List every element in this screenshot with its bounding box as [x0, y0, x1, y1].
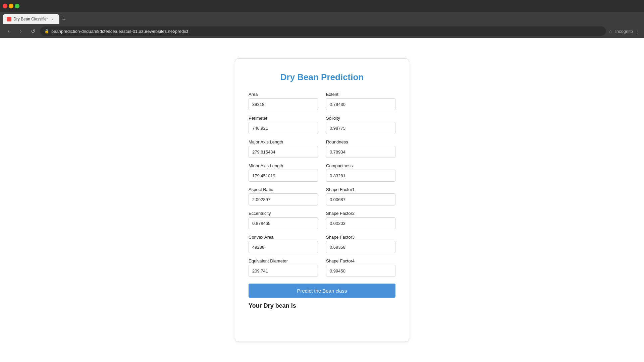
input-eccentricity[interactable] — [249, 217, 318, 229]
tab-favicon — [7, 17, 11, 21]
field-group-shape_factor2: Shape Factor2 — [326, 211, 395, 229]
field-group-compactness: Compactness — [326, 163, 395, 182]
label-roundness: Roundness — [326, 139, 395, 144]
label-compactness: Compactness — [326, 163, 395, 168]
back-button[interactable]: ‹ — [4, 26, 13, 36]
prediction-card: Dry Bean Prediction AreaExtentPerimeterS… — [235, 58, 409, 342]
menu-icon[interactable]: ⋮ — [636, 29, 640, 34]
label-extent: Extent — [326, 92, 395, 97]
field-group-eccentricity: Eccentricity — [249, 211, 318, 229]
result-text: Your Dry bean is — [249, 302, 395, 309]
field-group-shape_factor4: Shape Factor4 — [326, 258, 395, 277]
lock-icon: 🔒 — [44, 29, 49, 34]
label-solidity: Solidity — [326, 116, 395, 121]
url-bar[interactable]: 🔒 beanprediction-dnduafe8dcfeecea.eastus… — [40, 26, 606, 36]
url-text: beanprediction-dnduafe8dcfeecea.eastus-0… — [51, 29, 188, 34]
label-perimeter: Perimeter — [249, 116, 318, 121]
address-bar: ‹ › ↺ 🔒 beanprediction-dnduafe8dcfeecea.… — [0, 24, 644, 38]
field-group-major_axis_length: Major Axis Length — [249, 139, 318, 158]
input-shape_factor3[interactable] — [326, 241, 395, 253]
tab-close-button[interactable]: × — [50, 16, 55, 22]
maximize-window-button[interactable] — [15, 4, 19, 8]
field-group-shape_factor1: Shape Factor1 — [326, 187, 395, 205]
input-area[interactable] — [249, 98, 318, 110]
field-group-aspect_ratio: Aspect Ratio — [249, 187, 318, 205]
reload-button[interactable]: ↺ — [28, 26, 38, 36]
form-grid: AreaExtentPerimeterSolidityMajor Axis Le… — [249, 92, 395, 277]
tab-label: Dry Bean Classifier — [13, 17, 48, 21]
input-minor_axis_length[interactable] — [249, 170, 318, 182]
field-group-roundness: Roundness — [326, 139, 395, 158]
label-area: Area — [249, 92, 318, 97]
incognito-label: Incognito — [615, 29, 633, 34]
input-shape_factor4[interactable] — [326, 265, 395, 277]
field-group-extent: Extent — [326, 92, 395, 110]
field-group-area: Area — [249, 92, 318, 110]
input-shape_factor1[interactable] — [326, 193, 395, 205]
input-perimeter[interactable] — [249, 122, 318, 134]
active-tab[interactable]: Dry Bean Classifier × — [3, 14, 59, 24]
forward-button[interactable]: › — [16, 26, 25, 36]
window-controls — [3, 4, 19, 8]
label-shape_factor3: Shape Factor3 — [326, 235, 395, 240]
field-group-convex_area: Convex Area — [249, 235, 318, 253]
label-eccentricity: Eccentricity — [249, 211, 318, 216]
label-major_axis_length: Major Axis Length — [249, 139, 318, 144]
input-convex_area[interactable] — [249, 241, 318, 253]
tab-bar: Dry Bean Classifier × + — [0, 12, 644, 24]
input-extent[interactable] — [326, 98, 395, 110]
page-content: Dry Bean Prediction AreaExtentPerimeterS… — [0, 38, 644, 362]
close-window-button[interactable] — [3, 4, 7, 8]
label-shape_factor4: Shape Factor4 — [326, 258, 395, 263]
label-shape_factor1: Shape Factor1 — [326, 187, 395, 192]
input-compactness[interactable] — [326, 170, 395, 182]
field-group-shape_factor3: Shape Factor3 — [326, 235, 395, 253]
field-group-perimeter: Perimeter — [249, 116, 318, 134]
predict-button[interactable]: Predict the Bean class — [249, 284, 395, 298]
page-title: Dry Bean Prediction — [249, 72, 395, 82]
bookmark-icon[interactable]: ☆ — [608, 29, 612, 34]
address-right: ☆ Incognito ⋮ — [608, 29, 640, 34]
input-solidity[interactable] — [326, 122, 395, 134]
label-minor_axis_length: Minor Axis Length — [249, 163, 318, 168]
input-major_axis_length[interactable] — [249, 146, 318, 158]
label-equivalent_diameter: Equivalent Diameter — [249, 258, 318, 263]
label-convex_area: Convex Area — [249, 235, 318, 240]
browser-chrome: Dry Bean Classifier × + ‹ › ↺ 🔒 beanpred… — [0, 0, 644, 38]
new-tab-button[interactable]: + — [59, 15, 69, 24]
input-shape_factor2[interactable] — [326, 217, 395, 229]
field-group-minor_axis_length: Minor Axis Length — [249, 163, 318, 182]
field-group-equivalent_diameter: Equivalent Diameter — [249, 258, 318, 277]
input-roundness[interactable] — [326, 146, 395, 158]
title-bar — [0, 0, 644, 12]
field-group-solidity: Solidity — [326, 116, 395, 134]
input-aspect_ratio[interactable] — [249, 193, 318, 205]
label-aspect_ratio: Aspect Ratio — [249, 187, 318, 192]
input-equivalent_diameter[interactable] — [249, 265, 318, 277]
label-shape_factor2: Shape Factor2 — [326, 211, 395, 216]
minimize-window-button[interactable] — [9, 4, 13, 8]
